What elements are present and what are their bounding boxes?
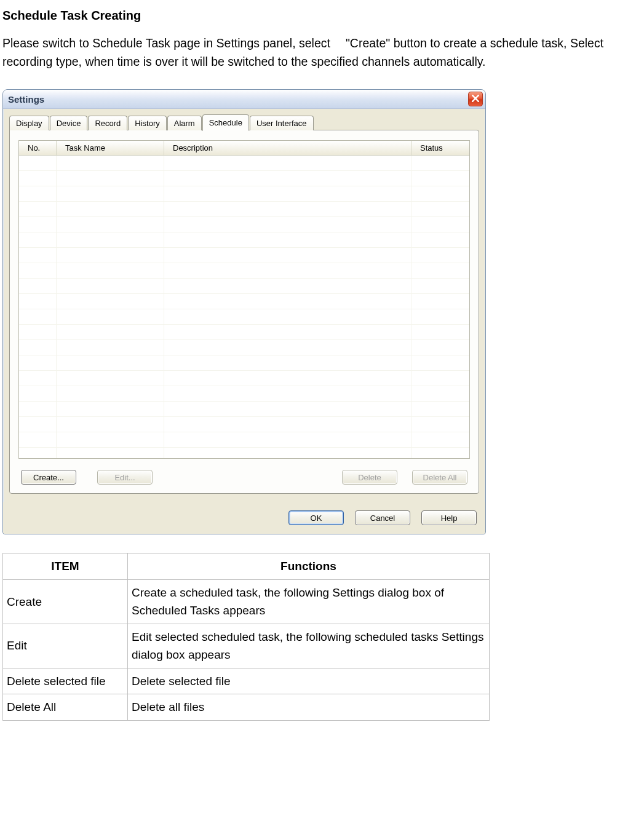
table-cell	[19, 294, 57, 309]
listview-rows	[19, 156, 469, 458]
table-cell	[57, 355, 164, 370]
delete-button[interactable]: Delete	[342, 470, 397, 485]
doc-item-cell: Delete All	[3, 694, 128, 720]
table-cell	[19, 340, 57, 355]
tab-device[interactable]: Device	[50, 116, 88, 130]
table-cell	[164, 217, 411, 232]
col-status[interactable]: Status	[411, 141, 469, 155]
table-row[interactable]	[19, 248, 469, 263]
table-cell	[19, 309, 57, 324]
table-cell	[411, 263, 469, 278]
table-cell	[411, 432, 469, 447]
table-cell	[411, 248, 469, 263]
table-cell	[19, 355, 57, 370]
table-cell	[164, 202, 411, 216]
doc-heading: Schedule Task Creating	[2, 9, 642, 23]
col-task-name[interactable]: Task Name	[57, 141, 164, 155]
table-cell	[164, 432, 411, 447]
tab-schedule[interactable]: Schedule	[202, 114, 249, 131]
table-cell	[57, 186, 164, 201]
table-cell	[411, 402, 469, 416]
help-button[interactable]: Help	[421, 510, 477, 525]
table-row[interactable]	[19, 294, 469, 309]
table-cell	[19, 432, 57, 447]
table-cell	[164, 263, 411, 278]
table-cell	[164, 355, 411, 370]
table-row: Delete AllDelete all files	[3, 694, 490, 720]
close-button[interactable]	[468, 92, 483, 106]
table-cell	[19, 156, 57, 170]
table-cell	[164, 340, 411, 355]
table-cell	[57, 371, 164, 386]
table-cell	[411, 325, 469, 339]
table-cell	[57, 171, 164, 186]
table-cell	[57, 402, 164, 416]
table-row[interactable]	[19, 217, 469, 232]
tab-user-interface[interactable]: User Interface	[250, 116, 314, 130]
table-cell	[57, 217, 164, 232]
delete-all-button[interactable]: Delete All	[412, 470, 467, 485]
doc-table-head-item: ITEM	[3, 553, 128, 579]
create-button[interactable]: Create...	[21, 470, 76, 485]
table-cell	[19, 325, 57, 339]
table-cell	[164, 325, 411, 339]
panel-button-row: Create... Edit... Delete Delete All	[18, 470, 470, 485]
table-cell	[164, 309, 411, 324]
col-description[interactable]: Description	[164, 141, 411, 155]
table-row: CreateCreate a scheduled task, the follo…	[3, 579, 490, 624]
table-row[interactable]	[19, 340, 469, 355]
table-cell	[411, 202, 469, 216]
table-row[interactable]	[19, 417, 469, 432]
table-row[interactable]	[19, 156, 469, 171]
table-cell	[57, 340, 164, 355]
ok-button[interactable]: OK	[288, 510, 344, 525]
table-cell	[411, 232, 469, 247]
col-no[interactable]: No.	[19, 141, 57, 155]
table-cell	[411, 294, 469, 309]
tab-record[interactable]: Record	[88, 116, 127, 130]
edit-button[interactable]: Edit...	[97, 470, 153, 485]
table-row[interactable]	[19, 386, 469, 402]
tab-alarm[interactable]: Alarm	[167, 116, 202, 130]
table-row[interactable]	[19, 448, 469, 459]
tab-history[interactable]: History	[128, 116, 166, 130]
table-cell	[164, 248, 411, 263]
doc-item-cell: Delete selected file	[3, 668, 128, 694]
table-row[interactable]	[19, 402, 469, 417]
titlebar-title: Settings	[8, 94, 44, 105]
cancel-button[interactable]: Cancel	[355, 510, 410, 525]
table-cell	[411, 186, 469, 201]
doc-function-cell: Delete selected file	[128, 668, 490, 694]
table-cell	[164, 294, 411, 309]
task-listview[interactable]: No. Task Name Description Status	[18, 140, 470, 459]
table-cell	[411, 171, 469, 186]
table-cell	[57, 156, 164, 170]
table-row[interactable]	[19, 279, 469, 294]
doc-function-cell: Edit selected scheduled task, the follow…	[128, 624, 490, 668]
table-cell	[19, 417, 57, 432]
table-row[interactable]	[19, 325, 469, 340]
table-row[interactable]	[19, 232, 469, 248]
table-row[interactable]	[19, 186, 469, 202]
table-row[interactable]	[19, 309, 469, 325]
table-cell	[19, 171, 57, 186]
tab-display[interactable]: Display	[9, 116, 49, 130]
table-cell	[164, 417, 411, 432]
table-row: EditEdit selected scheduled task, the fo…	[3, 624, 490, 668]
table-row[interactable]	[19, 371, 469, 386]
table-cell	[164, 386, 411, 401]
table-cell	[57, 309, 164, 324]
table-cell	[411, 309, 469, 324]
table-cell	[164, 402, 411, 416]
table-row[interactable]	[19, 263, 469, 279]
table-row[interactable]	[19, 202, 469, 217]
table-row[interactable]	[19, 432, 469, 448]
table-cell	[411, 217, 469, 232]
table-row[interactable]	[19, 171, 469, 186]
table-cell	[164, 186, 411, 201]
tab-panel-schedule: No. Task Name Description Status Create.…	[9, 130, 479, 494]
table-cell	[19, 202, 57, 216]
table-cell	[164, 232, 411, 247]
table-row[interactable]	[19, 355, 469, 371]
table-cell	[411, 156, 469, 170]
